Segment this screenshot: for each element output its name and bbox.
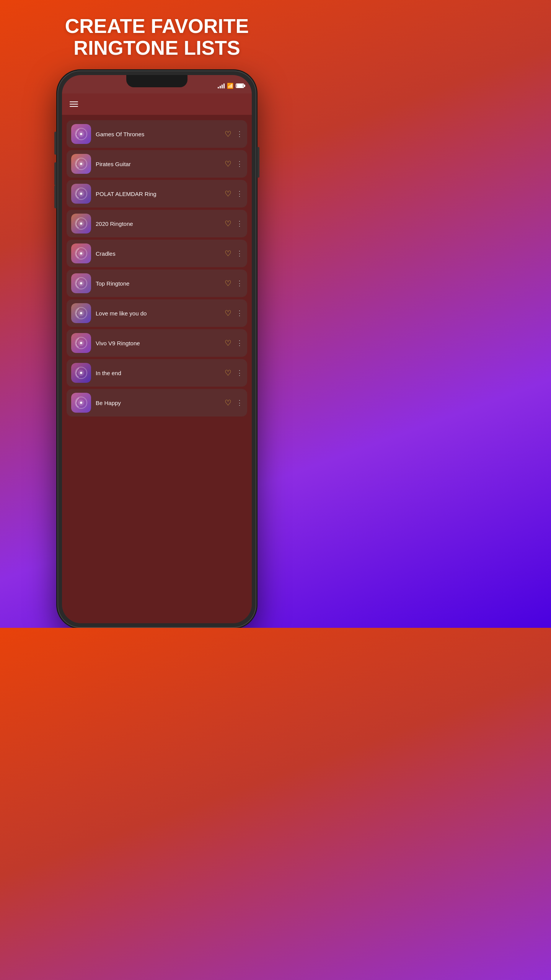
ringtone-thumb bbox=[71, 363, 91, 383]
list-item[interactable]: Games Of Thrones ♡ ⋮ bbox=[67, 120, 247, 148]
heart-icon[interactable]: ♡ bbox=[225, 189, 231, 198]
ringtone-thumb bbox=[71, 393, 91, 413]
heart-icon[interactable]: ♡ bbox=[225, 219, 231, 228]
list-item[interactable]: Cradles ♡ ⋮ bbox=[67, 240, 247, 267]
more-options-icon[interactable]: ⋮ bbox=[236, 369, 243, 377]
more-options-icon[interactable]: ⋮ bbox=[236, 309, 243, 317]
more-options-icon[interactable]: ⋮ bbox=[236, 219, 243, 228]
ringtone-name: Cradles bbox=[96, 250, 220, 257]
more-options-icon[interactable]: ⋮ bbox=[236, 189, 243, 198]
heart-icon[interactable]: ♡ bbox=[225, 129, 231, 139]
svg-point-14 bbox=[80, 252, 82, 255]
more-options-icon[interactable]: ⋮ bbox=[236, 279, 243, 287]
svg-point-8 bbox=[80, 193, 82, 195]
phone-container: 📶 bbox=[57, 70, 256, 628]
list-item[interactable]: POLAT ALEMDAR Ring ♡ ⋮ bbox=[67, 180, 247, 207]
svg-point-11 bbox=[80, 222, 82, 225]
battery-icon bbox=[236, 83, 244, 88]
heart-icon[interactable]: ♡ bbox=[225, 159, 231, 168]
more-options-icon[interactable]: ⋮ bbox=[236, 399, 243, 407]
ringtone-name: In the end bbox=[96, 370, 220, 376]
list-item[interactable]: 2020 Ringtone ♡ ⋮ bbox=[67, 210, 247, 237]
svg-point-29 bbox=[80, 402, 82, 404]
list-item[interactable]: Top Ringtone ♡ ⋮ bbox=[67, 270, 247, 297]
ringtone-name: Be Happy bbox=[96, 400, 220, 406]
heart-icon[interactable]: ♡ bbox=[225, 309, 231, 318]
heart-icon[interactable]: ♡ bbox=[225, 279, 231, 288]
notch bbox=[126, 75, 187, 87]
ringtone-name: Top Ringtone bbox=[96, 280, 220, 287]
ringtone-thumb bbox=[71, 124, 91, 144]
heart-icon[interactable]: ♡ bbox=[225, 368, 231, 377]
ringtone-thumb bbox=[71, 303, 91, 323]
list-item[interactable]: In the end ♡ ⋮ bbox=[67, 359, 247, 387]
app-header bbox=[62, 93, 252, 115]
ringtone-thumb bbox=[71, 273, 91, 293]
phone-screen: 📶 bbox=[62, 75, 252, 623]
svg-point-17 bbox=[80, 282, 82, 284]
ringtone-thumb bbox=[71, 184, 91, 204]
heart-icon[interactable]: ♡ bbox=[225, 398, 231, 407]
header-text: CREATE FAVORITE RINGTONE LISTS bbox=[0, 0, 314, 70]
ringtone-thumb bbox=[71, 333, 91, 353]
signal-icon bbox=[218, 83, 225, 88]
ringtone-name: Vivo V9 Ringtone bbox=[96, 340, 220, 346]
phone-frame: 📶 bbox=[57, 70, 256, 628]
ringtone-thumb bbox=[71, 154, 91, 174]
ringtone-name: Pirates Guitar bbox=[96, 161, 220, 167]
ringtone-thumb bbox=[71, 243, 91, 263]
heart-icon[interactable]: ♡ bbox=[225, 338, 231, 348]
ringtone-name: POLAT ALEMDAR Ring bbox=[96, 191, 220, 197]
svg-point-2 bbox=[80, 133, 82, 135]
list-item[interactable]: Vivo V9 Ringtone ♡ ⋮ bbox=[67, 329, 247, 357]
hamburger-menu[interactable] bbox=[70, 101, 78, 107]
more-options-icon[interactable]: ⋮ bbox=[236, 160, 243, 168]
wifi-icon: 📶 bbox=[227, 83, 233, 89]
list-item[interactable]: Be Happy ♡ ⋮ bbox=[67, 389, 247, 416]
svg-point-23 bbox=[80, 342, 82, 344]
ringtone-name: Love me like you do bbox=[96, 310, 220, 317]
svg-point-5 bbox=[80, 163, 82, 165]
ringtone-name: 2020 Ringtone bbox=[96, 220, 220, 227]
ringtone-list: Games Of Thrones ♡ ⋮ Pirates Guitar ♡ ⋮ bbox=[62, 117, 252, 623]
ringtone-thumb bbox=[71, 214, 91, 234]
ringtone-name: Games Of Thrones bbox=[96, 131, 220, 137]
svg-point-26 bbox=[80, 372, 82, 374]
list-item[interactable]: Pirates Guitar ♡ ⋮ bbox=[67, 150, 247, 178]
list-item[interactable]: Love me like you do ♡ ⋮ bbox=[67, 299, 247, 327]
more-options-icon[interactable]: ⋮ bbox=[236, 339, 243, 347]
more-options-icon[interactable]: ⋮ bbox=[236, 249, 243, 258]
status-icons: 📶 bbox=[218, 83, 244, 89]
svg-point-20 bbox=[80, 312, 82, 314]
more-options-icon[interactable]: ⋮ bbox=[236, 130, 243, 138]
heart-icon[interactable]: ♡ bbox=[225, 249, 231, 258]
